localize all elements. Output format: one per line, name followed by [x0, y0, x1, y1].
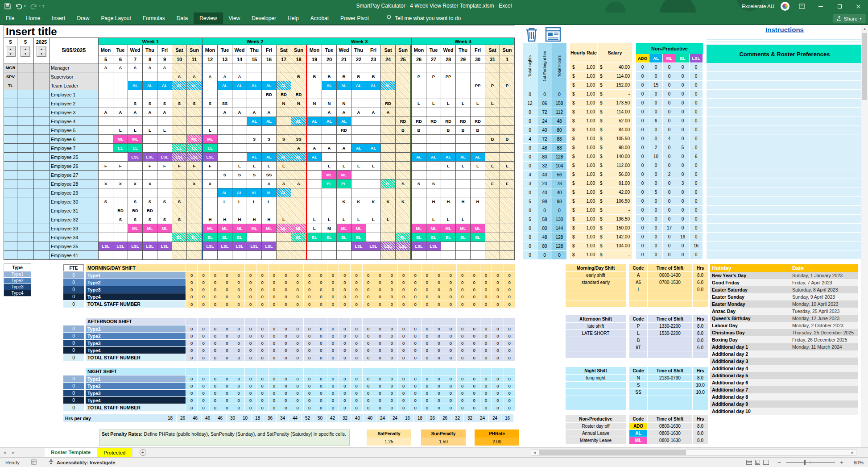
nonproductive-value[interactable]: 0 — [636, 161, 649, 170]
nonproductive-value[interactable]: 0 — [663, 125, 676, 134]
roster-cell[interactable]: LSL — [203, 153, 218, 162]
nonproductive-value[interactable]: 17 — [663, 224, 676, 233]
shift-count-cell[interactable]: 0 — [315, 272, 327, 279]
shift-count-cell[interactable]: 0 — [327, 300, 339, 308]
roster-cell[interactable]: RD — [277, 90, 291, 99]
comment-row[interactable] — [707, 99, 863, 108]
holiday-name[interactable]: Anzac Day — [710, 308, 790, 315]
shift-count-cell[interactable]: 0 — [422, 404, 433, 411]
nonproductive-value[interactable]: 0 — [636, 81, 649, 90]
roster-cell[interactable]: L — [337, 162, 351, 171]
shift-count-cell[interactable]: 0 — [339, 300, 351, 308]
shift-count-cell[interactable]: 0 — [327, 340, 339, 346]
shift-count-cell[interactable]: 0 — [269, 340, 280, 346]
roster-cell[interactable] — [187, 117, 203, 126]
shift-count-cell[interactable]: 0 — [245, 279, 256, 286]
roster-cell[interactable] — [203, 251, 218, 260]
roster-cell[interactable]: ML — [128, 224, 143, 233]
roster-cell[interactable]: LSL — [99, 242, 113, 251]
roster-cell[interactable]: B — [337, 72, 351, 81]
nonproductive-value[interactable]: 5 — [649, 188, 663, 197]
shift-count-cell[interactable]: 0 — [398, 340, 409, 346]
roster-cell[interactable] — [456, 251, 471, 260]
holiday-name[interactable]: Good Friday — [710, 279, 790, 286]
day-header[interactable]: Sat — [277, 45, 291, 55]
comment-row[interactable] — [707, 72, 863, 81]
shift-count-cell[interactable]: 0 — [221, 293, 233, 300]
roster-cell[interactable] — [218, 63, 232, 72]
roster-start-date[interactable]: 5/05/2025 — [50, 38, 98, 63]
shift-count-cell[interactable]: 0 — [186, 293, 198, 300]
roster-cell[interactable] — [456, 242, 471, 251]
roster-cell[interactable]: AL — [247, 188, 262, 197]
shift-count-cell[interactable]: 0 — [186, 333, 198, 339]
shift-count-cell[interactable]: 0 — [409, 340, 421, 346]
nonproductive-value[interactable]: 0 — [649, 215, 663, 224]
holiday-date[interactable] — [790, 393, 858, 400]
roster-cell[interactable] — [247, 144, 262, 153]
roster-cell[interactable]: EL — [441, 233, 456, 242]
hrs-per-day-value[interactable]: 26 — [177, 414, 189, 422]
totals-value[interactable]: 88 — [552, 135, 567, 144]
shift-count-cell[interactable]: 0 — [186, 404, 198, 411]
roster-cell[interactable]: L — [232, 162, 247, 171]
shift-count-cell[interactable]: 0 — [351, 354, 362, 361]
roster-cell[interactable] — [471, 179, 485, 188]
roster-cell[interactable] — [113, 251, 128, 260]
shift-count-cell[interactable]: 0 — [269, 347, 280, 354]
nonproductive-value[interactable]: 0 — [690, 63, 703, 72]
hrs-per-day-value[interactable]: 16 — [501, 414, 514, 422]
fte-value[interactable]: 0 — [63, 397, 84, 404]
shift-count-cell[interactable]: 0 — [339, 293, 351, 300]
shift-count-cell[interactable]: 0 — [327, 272, 339, 279]
roster-cell[interactable] — [307, 81, 322, 90]
roster-cell[interactable] — [337, 251, 351, 260]
shift-count-cell[interactable]: 0 — [398, 347, 409, 354]
totals-value[interactable]: 3 — [523, 179, 537, 188]
roster-cell[interactable] — [307, 179, 322, 188]
employee-name[interactable]: Employee 4 — [50, 117, 99, 126]
shift-count-cell[interactable]: 0 — [457, 354, 468, 361]
roster-cell[interactable]: L — [113, 126, 128, 135]
row-type-cell[interactable] — [4, 215, 17, 224]
shift-count-cell[interactable]: 0 — [386, 404, 398, 411]
day-header[interactable]: Fri — [157, 45, 172, 55]
nonproductive-value[interactable]: 0 — [676, 81, 690, 90]
legend-shift-name[interactable]: LATE SHORT — [566, 330, 626, 337]
shift-count-cell[interactable]: 0 — [445, 300, 457, 308]
shift-count-cell[interactable]: 0 — [398, 404, 409, 411]
holiday-name[interactable]: Additional day 2 — [710, 350, 790, 358]
roster-cell[interactable]: SS — [262, 171, 277, 179]
shift-count-cell[interactable]: 0 — [398, 279, 409, 286]
shift-count-cell[interactable]: 0 — [292, 354, 304, 361]
legend-shift-name[interactable] — [566, 403, 626, 410]
roster-cell[interactable] — [277, 242, 291, 251]
shift-count-cell[interactable]: 0 — [409, 383, 421, 389]
roster-cell[interactable] — [412, 90, 426, 99]
roster-cell[interactable] — [456, 72, 471, 81]
roster-cell[interactable]: A — [291, 144, 307, 153]
shift-count-cell[interactable]: 0 — [339, 333, 351, 339]
shift-count-cell[interactable]: 0 — [339, 286, 351, 293]
nonproductive-value[interactable]: 0 — [676, 125, 690, 134]
row-type-cell[interactable] — [4, 242, 17, 251]
ribbon-tab-power-pivot[interactable]: Power Pivot — [335, 13, 375, 24]
shift-count-cell[interactable]: 0 — [480, 325, 492, 332]
hrs-per-day-value[interactable]: 26 — [439, 414, 451, 422]
roster-cell[interactable] — [485, 233, 500, 242]
shift-count-cell[interactable]: 0 — [386, 272, 398, 279]
maximize-button[interactable] — [833, 1, 846, 11]
roster-cell[interactable] — [456, 81, 471, 90]
legend-shift-name[interactable] — [566, 382, 626, 388]
roster-cell[interactable] — [291, 162, 307, 171]
date-header[interactable]: 28 — [441, 55, 456, 63]
roster-cell[interactable] — [381, 233, 396, 242]
totals-value[interactable]: 0 — [523, 206, 537, 215]
nonproductive-value[interactable]: 0 — [663, 161, 676, 170]
roster-cell[interactable] — [218, 90, 232, 99]
roster-cell[interactable]: M — [322, 224, 337, 233]
roster-cell[interactable] — [471, 144, 485, 153]
roster-cell[interactable] — [351, 126, 366, 135]
nonproductive-value[interactable]: 0 — [636, 125, 649, 134]
shift-count-cell[interactable]: 0 — [210, 300, 221, 308]
